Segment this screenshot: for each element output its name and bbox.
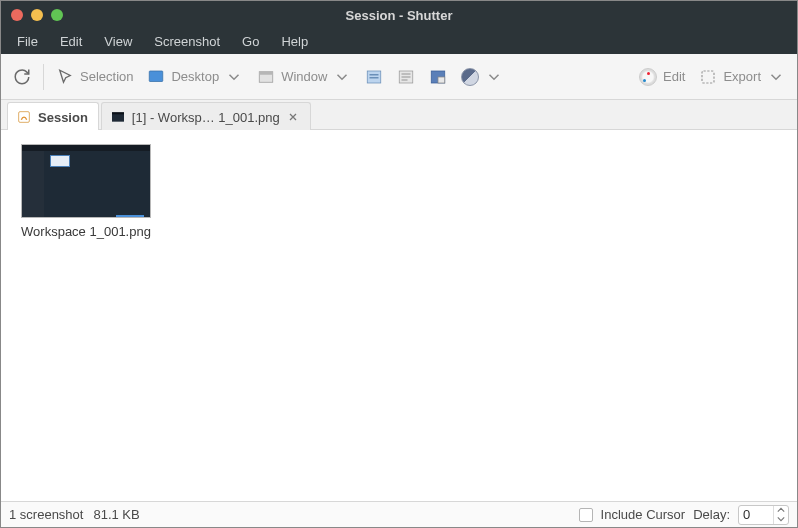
menu-capture-button[interactable] [363, 66, 385, 88]
shade-icon [461, 68, 479, 86]
menu-edit[interactable]: Edit [50, 31, 92, 52]
desktop-button[interactable]: Desktop [145, 64, 245, 90]
cursor-icon [56, 68, 74, 86]
toolbar: Selection Desktop Window Edit Export [1, 54, 797, 100]
edit-label: Edit [663, 69, 685, 84]
svg-rect-13 [702, 71, 714, 83]
tab-file[interactable]: [1] - Worksp… 1_001.png [101, 102, 311, 130]
chevron-down-icon [777, 516, 785, 522]
tab-session-label: Session [38, 110, 88, 125]
include-cursor-label: Include Cursor [601, 507, 686, 522]
selection-label: Selection [80, 69, 133, 84]
desktop-label: Desktop [171, 69, 219, 84]
screenshot-item[interactable]: Workspace 1_001.png [11, 144, 161, 239]
edit-button[interactable]: Edit [637, 64, 687, 90]
separator [43, 64, 44, 90]
chevron-down-icon [485, 68, 503, 86]
chevron-down-icon [767, 68, 785, 86]
web-capture-icon [429, 68, 447, 86]
status-count: 1 screenshot [9, 507, 83, 522]
svg-rect-3 [259, 71, 273, 74]
export-button[interactable]: Export [697, 64, 787, 90]
delay-label: Delay: [693, 507, 730, 522]
tab-session[interactable]: Session [7, 102, 99, 130]
status-bar: 1 screenshot 81.1 KB Include Cursor Dela… [1, 501, 797, 527]
menu-screenshot[interactable]: Screenshot [144, 31, 230, 52]
delay-spinner[interactable] [738, 505, 789, 525]
window-label: Window [281, 69, 327, 84]
screenshot-thumbnail [21, 144, 151, 218]
status-size: 81.1 KB [93, 507, 139, 522]
titlebar: Session - Shutter [1, 1, 797, 29]
color-picker-button[interactable] [459, 64, 505, 90]
chevron-down-icon [333, 68, 351, 86]
chevron-up-icon [777, 507, 785, 513]
window-button[interactable]: Window [255, 64, 353, 90]
tab-close-button[interactable] [286, 110, 300, 124]
include-cursor-checkbox[interactable] [579, 508, 593, 522]
selection-button[interactable]: Selection [54, 64, 135, 90]
tab-strip: Session [1] - Worksp… 1_001.png [1, 100, 797, 130]
menu-go[interactable]: Go [232, 31, 269, 52]
menu-help[interactable]: Help [271, 31, 318, 52]
menu-view[interactable]: View [94, 31, 142, 52]
redo-button[interactable] [11, 66, 33, 88]
delay-step-down[interactable] [774, 515, 788, 524]
image-file-icon [110, 109, 126, 125]
svg-rect-8 [402, 73, 411, 75]
menu-bar: File Edit View Screenshot Go Help [1, 29, 797, 54]
window-icon [257, 68, 275, 86]
tooltip-capture-icon [397, 68, 415, 86]
svg-rect-12 [438, 77, 445, 83]
svg-rect-10 [402, 79, 408, 81]
chevron-down-icon [225, 68, 243, 86]
svg-rect-9 [402, 76, 411, 78]
export-label: Export [723, 69, 761, 84]
tab-file-label: [1] - Worksp… 1_001.png [132, 110, 280, 125]
svg-rect-16 [112, 112, 124, 114]
palette-icon [639, 68, 657, 86]
tooltip-capture-button[interactable] [395, 66, 417, 88]
close-icon [287, 111, 299, 123]
svg-rect-0 [150, 71, 164, 82]
menu-file[interactable]: File [7, 31, 48, 52]
session-content: Workspace 1_001.png [1, 130, 797, 501]
svg-rect-6 [370, 77, 379, 79]
refresh-icon [13, 68, 31, 86]
session-icon [16, 109, 32, 125]
svg-rect-5 [370, 74, 379, 76]
export-icon [699, 68, 717, 86]
web-capture-button[interactable] [427, 66, 449, 88]
menu-capture-icon [365, 68, 383, 86]
screenshot-caption: Workspace 1_001.png [21, 224, 151, 239]
delay-input[interactable] [739, 505, 773, 524]
window-title: Session - Shutter [1, 8, 797, 23]
delay-step-up[interactable] [774, 506, 788, 515]
desktop-icon [147, 68, 165, 86]
